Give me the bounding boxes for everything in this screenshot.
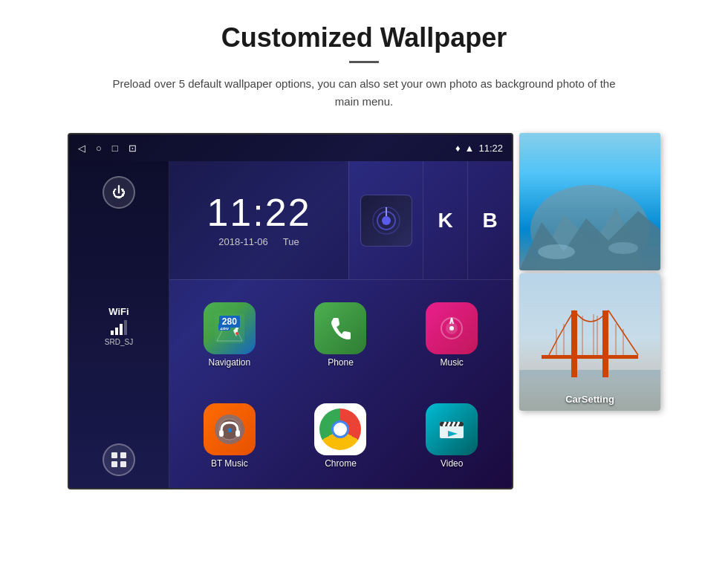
- main-content: 11:22 2018-11-06 Tue: [169, 161, 512, 489]
- wifi-bar-4: [124, 320, 127, 335]
- home-nav-icon[interactable]: ○: [96, 143, 102, 154]
- app-letter-b[interactable]: B: [467, 161, 512, 279]
- app-item-chrome[interactable]: Chrome: [288, 388, 394, 484]
- svg-rect-17: [219, 430, 224, 437]
- svg-rect-2: [111, 461, 117, 467]
- music-svg: [437, 313, 467, 343]
- power-icon: ⏻: [112, 185, 126, 201]
- navigation-icon: 280: [204, 302, 256, 354]
- map-svg: 280: [211, 310, 248, 347]
- wifi-widget: WiFi SRD_SJ: [105, 306, 133, 346]
- svg-point-11: [235, 332, 238, 335]
- screen-content: ⏻ WiFi SRD_SJ: [69, 161, 512, 489]
- wallpaper-cards: CarSetting: [519, 133, 660, 411]
- clock-display: 11:22: [207, 193, 311, 232]
- letter-b: B: [482, 209, 497, 232]
- radio-waves-icon: [371, 206, 401, 235]
- apps-grid-button[interactable]: [103, 443, 135, 476]
- chrome-label: Chrome: [325, 458, 357, 469]
- day-value: Tue: [283, 236, 299, 247]
- time-widget: 11:22 2018-11-06 Tue: [169, 161, 348, 279]
- chrome-icon: [314, 403, 366, 455]
- chrome-icon-inner: [319, 409, 361, 450]
- phone-icon: [314, 302, 366, 354]
- main-container: ◁ ○ □ ⊡ ♦ ▲ 11:22 ⏻ WiFi: [45, 133, 683, 489]
- wallpaper-card-bridge[interactable]: CarSetting: [519, 273, 660, 411]
- letter-k: K: [438, 209, 452, 232]
- svg-text:280: 280: [220, 325, 229, 331]
- wifi-bar-3: [120, 324, 123, 335]
- svg-rect-18: [235, 430, 240, 437]
- radio-widget[interactable]: [348, 161, 423, 279]
- app-item-video[interactable]: Video: [399, 388, 504, 484]
- svg-point-4: [382, 216, 391, 225]
- svg-rect-36: [571, 310, 577, 377]
- carsetting-label: CarSetting: [519, 394, 660, 405]
- btmusic-label: BT Music: [211, 458, 248, 469]
- status-bar-left: ◁ ○ □ ⊡: [78, 143, 137, 154]
- status-time: 11:22: [478, 143, 503, 154]
- svg-rect-38: [542, 355, 638, 359]
- video-svg: [435, 413, 468, 446]
- svg-rect-3: [120, 461, 126, 467]
- svg-point-31: [538, 244, 575, 259]
- grid-icon: [111, 452, 127, 468]
- app-letter-k[interactable]: K: [423, 161, 467, 279]
- power-button[interactable]: ⏻: [103, 176, 135, 209]
- music-icon: [426, 302, 478, 354]
- bridge-wallpaper-svg: [519, 273, 660, 411]
- apps-grid: 280 Navigation: [169, 280, 512, 489]
- title-divider: [349, 61, 379, 63]
- android-screen: ◁ ○ □ ⊡ ♦ ▲ 11:22 ⏻ WiFi: [68, 133, 513, 489]
- camera-nav-icon[interactable]: ⊡: [129, 143, 137, 154]
- location-icon: ♦: [455, 143, 461, 154]
- page-subtitle: Preload over 5 default wallpaper options…: [111, 75, 617, 111]
- video-icon: [426, 403, 478, 455]
- svg-point-32: [608, 242, 638, 254]
- left-sidebar: ⏻ WiFi SRD_SJ: [69, 161, 169, 489]
- status-bar-right: ♦ ▲ 11:22: [455, 143, 503, 154]
- ice-wallpaper-svg: [519, 133, 660, 270]
- top-section: 11:22 2018-11-06 Tue: [169, 161, 512, 280]
- page-title: Customized Wallpaper: [221, 22, 507, 53]
- wifi-bars: [105, 320, 133, 335]
- date-value: 2018-11-06: [218, 236, 268, 247]
- phone-label: Phone: [328, 357, 354, 368]
- video-label: Video: [441, 458, 463, 469]
- wifi-bar-2: [115, 328, 118, 335]
- back-nav-icon[interactable]: ◁: [78, 143, 85, 154]
- svg-text:ʙ: ʙ: [227, 426, 232, 434]
- recent-nav-icon[interactable]: □: [112, 143, 118, 154]
- radio-icon-box: [360, 195, 412, 247]
- wifi-ssid: SRD_SJ: [105, 338, 133, 346]
- wifi-status-icon: ▲: [465, 143, 475, 154]
- btmusic-svg: ʙ: [211, 411, 248, 448]
- svg-rect-1: [120, 452, 126, 458]
- status-bar: ◁ ○ □ ⊡ ♦ ▲ 11:22: [69, 134, 512, 161]
- phone-svg: [325, 313, 355, 343]
- music-label: Music: [440, 357, 463, 368]
- wifi-label: WiFi: [105, 306, 133, 317]
- app-item-navigation[interactable]: 280 Navigation: [177, 287, 282, 383]
- wifi-bar-1: [111, 331, 114, 335]
- app-item-phone[interactable]: Phone: [288, 287, 394, 383]
- app-item-music[interactable]: Music: [399, 287, 504, 383]
- date-display: 2018-11-06 Tue: [218, 236, 299, 247]
- app-item-btmusic[interactable]: ʙ BT Music: [177, 388, 282, 484]
- svg-rect-0: [111, 452, 117, 458]
- navigation-label: Navigation: [208, 357, 250, 368]
- svg-rect-37: [602, 310, 608, 377]
- btmusic-icon: ʙ: [204, 403, 256, 455]
- svg-point-14: [449, 326, 454, 331]
- wallpaper-card-ice[interactable]: [519, 133, 660, 270]
